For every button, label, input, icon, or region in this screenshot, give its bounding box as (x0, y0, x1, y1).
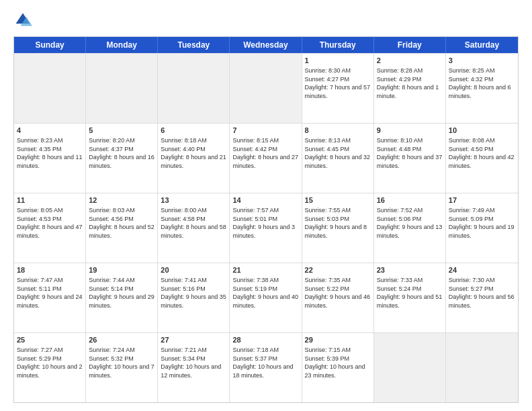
cal-cell: 24Sunrise: 7:30 AM Sunset: 5:27 PM Dayli… (446, 263, 518, 332)
cal-cell (158, 54, 230, 123)
cell-info: Sunrise: 7:47 AM Sunset: 5:11 PM Dayligh… (17, 277, 83, 309)
calendar-body: 1Sunrise: 8:30 AM Sunset: 4:27 PM Daylig… (14, 53, 518, 402)
cell-info: Sunrise: 8:20 AM Sunset: 4:37 PM Dayligh… (89, 137, 154, 169)
cal-cell (14, 54, 86, 123)
cal-cell: 27Sunrise: 7:21 AM Sunset: 5:34 PM Dayli… (158, 333, 230, 402)
day-number: 26 (89, 335, 154, 345)
cell-info: Sunrise: 8:13 AM Sunset: 4:45 PM Dayligh… (305, 137, 371, 169)
cal-cell: 13Sunrise: 8:00 AM Sunset: 4:58 PM Dayli… (158, 193, 230, 263)
week-3: 11Sunrise: 8:05 AM Sunset: 4:53 PM Dayli… (14, 193, 518, 263)
cell-info: Sunrise: 7:15 AM Sunset: 5:39 PM Dayligh… (305, 347, 365, 379)
cell-info: Sunrise: 8:30 AM Sunset: 4:27 PM Dayligh… (305, 67, 371, 99)
day-number: 1 (305, 56, 371, 66)
day-number: 14 (232, 195, 298, 205)
week-4: 18Sunrise: 7:47 AM Sunset: 5:11 PM Dayli… (14, 263, 518, 332)
day-number: 3 (449, 56, 515, 66)
cell-info: Sunrise: 8:15 AM Sunset: 4:42 PM Dayligh… (232, 137, 298, 169)
logo (13, 11, 35, 30)
day-number: 6 (161, 126, 226, 136)
day-number: 24 (449, 265, 515, 275)
header (13, 11, 519, 30)
cell-info: Sunrise: 7:33 AM Sunset: 5:24 PM Dayligh… (377, 277, 443, 309)
header-day-friday: Friday (374, 37, 446, 53)
cal-cell: 29Sunrise: 7:15 AM Sunset: 5:39 PM Dayli… (302, 333, 374, 402)
cell-info: Sunrise: 7:44 AM Sunset: 5:14 PM Dayligh… (89, 277, 154, 309)
cell-info: Sunrise: 8:03 AM Sunset: 4:56 PM Dayligh… (89, 207, 154, 239)
day-number: 20 (161, 265, 226, 275)
cal-cell: 20Sunrise: 7:41 AM Sunset: 5:16 PM Dayli… (158, 263, 230, 332)
cell-info: Sunrise: 8:00 AM Sunset: 4:58 PM Dayligh… (161, 207, 226, 239)
cal-cell: 26Sunrise: 7:24 AM Sunset: 5:32 PM Dayli… (86, 333, 158, 402)
calendar: SundayMondayTuesdayWednesdayThursdayFrid… (13, 36, 519, 403)
cell-info: Sunrise: 7:55 AM Sunset: 5:03 PM Dayligh… (305, 207, 367, 239)
page: SundayMondayTuesdayWednesdayThursdayFrid… (0, 0, 532, 411)
cal-cell (230, 54, 302, 123)
cal-cell: 10Sunrise: 8:08 AM Sunset: 4:50 PM Dayli… (446, 124, 518, 193)
cal-cell: 11Sunrise: 8:05 AM Sunset: 4:53 PM Dayli… (14, 193, 86, 263)
cell-info: Sunrise: 8:25 AM Sunset: 4:32 PM Dayligh… (449, 67, 511, 99)
day-number: 17 (449, 195, 515, 205)
cal-cell: 15Sunrise: 7:55 AM Sunset: 5:03 PM Dayli… (302, 193, 374, 263)
day-number: 27 (161, 335, 226, 345)
day-number: 18 (17, 265, 83, 275)
day-number: 21 (232, 265, 298, 275)
cal-cell: 6Sunrise: 8:18 AM Sunset: 4:40 PM Daylig… (158, 124, 230, 193)
day-number: 12 (89, 195, 154, 205)
day-number: 19 (89, 265, 154, 275)
cell-info: Sunrise: 7:41 AM Sunset: 5:16 PM Dayligh… (161, 277, 226, 309)
cell-info: Sunrise: 8:28 AM Sunset: 4:29 PM Dayligh… (377, 67, 439, 99)
logo-icon (13, 11, 32, 30)
day-number: 10 (449, 126, 515, 136)
day-number: 11 (17, 195, 83, 205)
cal-cell (446, 333, 518, 402)
cell-info: Sunrise: 7:38 AM Sunset: 5:19 PM Dayligh… (232, 277, 298, 309)
day-number: 4 (17, 126, 83, 136)
cell-info: Sunrise: 7:24 AM Sunset: 5:32 PM Dayligh… (89, 347, 154, 379)
cell-info: Sunrise: 8:05 AM Sunset: 4:53 PM Dayligh… (17, 207, 83, 239)
cal-cell: 23Sunrise: 7:33 AM Sunset: 5:24 PM Dayli… (374, 263, 446, 332)
cell-info: Sunrise: 7:21 AM Sunset: 5:34 PM Dayligh… (161, 347, 221, 379)
day-number: 13 (161, 195, 226, 205)
cal-cell: 18Sunrise: 7:47 AM Sunset: 5:11 PM Dayli… (14, 263, 86, 332)
week-2: 4Sunrise: 8:23 AM Sunset: 4:35 PM Daylig… (14, 123, 518, 193)
cal-cell (374, 333, 446, 402)
cell-info: Sunrise: 7:30 AM Sunset: 5:27 PM Dayligh… (449, 277, 515, 309)
cal-cell: 5Sunrise: 8:20 AM Sunset: 4:37 PM Daylig… (86, 124, 158, 193)
cal-cell: 22Sunrise: 7:35 AM Sunset: 5:22 PM Dayli… (302, 263, 374, 332)
header-day-saturday: Saturday (446, 37, 518, 53)
cal-cell: 3Sunrise: 8:25 AM Sunset: 4:32 PM Daylig… (446, 54, 518, 123)
cal-cell (86, 54, 158, 123)
header-day-sunday: Sunday (14, 37, 86, 53)
header-day-monday: Monday (86, 37, 158, 53)
cal-cell: 7Sunrise: 8:15 AM Sunset: 4:42 PM Daylig… (230, 124, 302, 193)
cal-cell: 2Sunrise: 8:28 AM Sunset: 4:29 PM Daylig… (374, 54, 446, 123)
day-number: 8 (305, 126, 371, 136)
day-number: 5 (89, 126, 154, 136)
cal-cell: 1Sunrise: 8:30 AM Sunset: 4:27 PM Daylig… (302, 54, 374, 123)
cell-info: Sunrise: 8:23 AM Sunset: 4:35 PM Dayligh… (17, 137, 83, 169)
cell-info: Sunrise: 8:08 AM Sunset: 4:50 PM Dayligh… (449, 137, 515, 169)
week-1: 1Sunrise: 8:30 AM Sunset: 4:27 PM Daylig… (14, 53, 518, 123)
day-number: 23 (377, 265, 443, 275)
day-number: 7 (232, 126, 298, 136)
header-day-thursday: Thursday (302, 37, 374, 53)
day-number: 28 (232, 335, 298, 345)
day-number: 29 (305, 335, 371, 345)
cal-cell: 17Sunrise: 7:49 AM Sunset: 5:09 PM Dayli… (446, 193, 518, 263)
cell-info: Sunrise: 7:18 AM Sunset: 5:37 PM Dayligh… (232, 347, 293, 379)
cell-info: Sunrise: 7:57 AM Sunset: 5:01 PM Dayligh… (232, 207, 295, 239)
cal-cell: 8Sunrise: 8:13 AM Sunset: 4:45 PM Daylig… (302, 124, 374, 193)
cal-cell: 4Sunrise: 8:23 AM Sunset: 4:35 PM Daylig… (14, 124, 86, 193)
cal-cell: 28Sunrise: 7:18 AM Sunset: 5:37 PM Dayli… (230, 333, 302, 402)
cal-cell: 9Sunrise: 8:10 AM Sunset: 4:48 PM Daylig… (374, 124, 446, 193)
day-number: 9 (377, 126, 443, 136)
cell-info: Sunrise: 7:35 AM Sunset: 5:22 PM Dayligh… (305, 277, 371, 309)
cell-info: Sunrise: 7:52 AM Sunset: 5:06 PM Dayligh… (377, 207, 443, 239)
cell-info: Sunrise: 8:18 AM Sunset: 4:40 PM Dayligh… (161, 137, 226, 169)
header-day-wednesday: Wednesday (230, 37, 302, 53)
header-day-tuesday: Tuesday (158, 37, 230, 53)
cell-info: Sunrise: 8:10 AM Sunset: 4:48 PM Dayligh… (377, 137, 443, 169)
cell-info: Sunrise: 7:27 AM Sunset: 5:29 PM Dayligh… (17, 347, 83, 379)
cal-cell: 16Sunrise: 7:52 AM Sunset: 5:06 PM Dayli… (374, 193, 446, 263)
cal-cell: 14Sunrise: 7:57 AM Sunset: 5:01 PM Dayli… (230, 193, 302, 263)
